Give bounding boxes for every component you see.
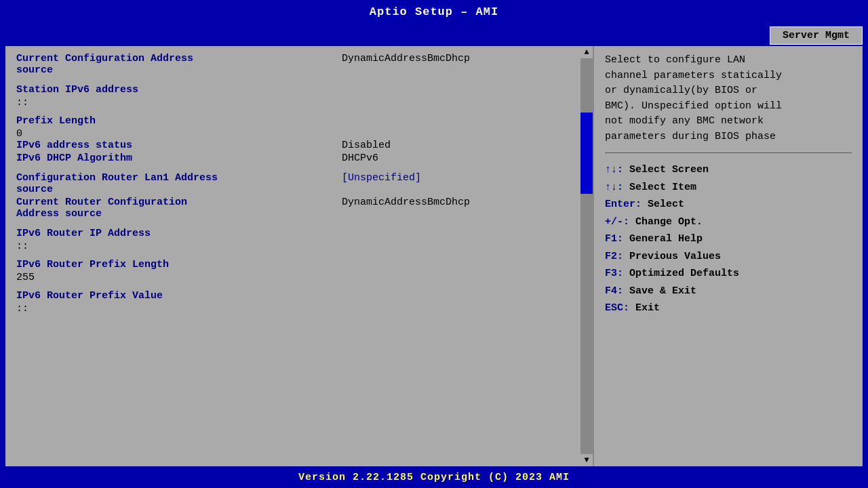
setting-sub-router-prefix-val: :: (16, 303, 570, 314)
help-divider (605, 152, 852, 153)
setting-row-dhcp-algo: IPv6 DHCP Algorithm DHCPv6 (16, 152, 570, 164)
key-help-f2: F2: Previous Values (605, 248, 852, 266)
setting-value-current-router: DynamicAddressBmcDhcp (342, 197, 470, 208)
key-help-f4: F4: Save & Exit (605, 283, 852, 300)
key-help-change-opt: +/-: Change Opt. (605, 214, 852, 231)
setting-value-router-lan1: [Unspecified] (342, 172, 421, 184)
setting-row-config-addr: Current Configuration Addresssource Dyna… (16, 53, 570, 76)
setting-label-prefix-len: Prefix Length (16, 115, 342, 127)
key-help-select-item: ↑↓: Select Item (605, 179, 852, 197)
scroll-track (580, 58, 593, 454)
setting-label-router-prefix-val: IPv6 Router Prefix Value (16, 290, 342, 302)
help-text: Select to configure LAN channel paramete… (605, 53, 852, 144)
key-help-f3: F3: Optimized Defaults (605, 265, 852, 283)
app-title: Aptio Setup – AMI (370, 5, 498, 18)
tab-server-mgmt[interactable]: Server Mgmt (770, 26, 863, 45)
setting-value-dhcp-algo: DHCPv6 (342, 152, 378, 164)
footer: Version 2.22.1285 Copyright (C) 2023 AMI (5, 466, 863, 488)
setting-label-config-addr: Current Configuration Addresssource (16, 53, 342, 76)
right-panel: Select to configure LAN channel paramete… (593, 46, 863, 466)
scroll-thumb (580, 113, 593, 194)
setting-label-router-ip: IPv6 Router IP Address (16, 228, 342, 239)
setting-sub-station-ipv6: :: (16, 97, 570, 108)
setting-row-router-prefix-val: IPv6 Router Prefix Value (16, 290, 570, 302)
setting-label-router-lan1: Configuration Router Lan1 Addresssource (16, 172, 342, 195)
setting-label-ipv6-status: IPv6 address status (16, 140, 342, 151)
setting-row-prefix-len: Prefix Length (16, 115, 570, 127)
setting-label-router-prefix-len: IPv6 Router Prefix Length (16, 259, 342, 270)
scrollbar[interactable]: ▲ ▼ (580, 46, 593, 466)
setting-label-dhcp-algo: IPv6 DHCP Algorithm (16, 152, 342, 164)
scroll-down-arrow[interactable]: ▼ (580, 454, 593, 466)
setting-label-current-router: Current Router ConfigurationAddress sour… (16, 197, 342, 220)
setting-row-current-router: Current Router ConfigurationAddress sour… (16, 197, 570, 220)
key-help-esc: ESC: Exit (605, 300, 852, 317)
scroll-up-arrow[interactable]: ▲ (580, 46, 593, 58)
setting-value-ipv6-status: Disabled (342, 140, 391, 151)
setting-row-router-prefix-len: IPv6 Router Prefix Length (16, 259, 570, 270)
main-content: Current Configuration Addresssource Dyna… (5, 46, 863, 466)
tab-bar: Server Mgmt (0, 24, 868, 45)
setting-row-router-ip: IPv6 Router IP Address (16, 228, 570, 239)
footer-text: Version 2.22.1285 Copyright (C) 2023 AMI (298, 472, 570, 483)
setting-value-config-addr: DynamicAddressBmcDhcp (342, 53, 470, 64)
left-panel: Current Configuration Addresssource Dyna… (5, 46, 580, 466)
key-help-select-screen: ↑↓: Select Screen (605, 161, 852, 179)
setting-sub-prefix-len: 0 (16, 128, 570, 140)
title-bar: Aptio Setup – AMI (0, 0, 868, 24)
setting-label-station-ipv6: Station IPv6 address (16, 84, 342, 96)
setting-sub-router-prefix-len: 255 (16, 272, 570, 283)
key-help-enter: Enter: Select (605, 196, 852, 214)
setting-row-station-ipv6: Station IPv6 address (16, 84, 570, 96)
setting-row-ipv6-status: IPv6 address status Disabled (16, 140, 570, 151)
setting-sub-router-ip: :: (16, 241, 570, 252)
setting-row-router-lan1: Configuration Router Lan1 Addresssource … (16, 172, 570, 195)
key-help-f1: F1: General Help (605, 230, 852, 248)
